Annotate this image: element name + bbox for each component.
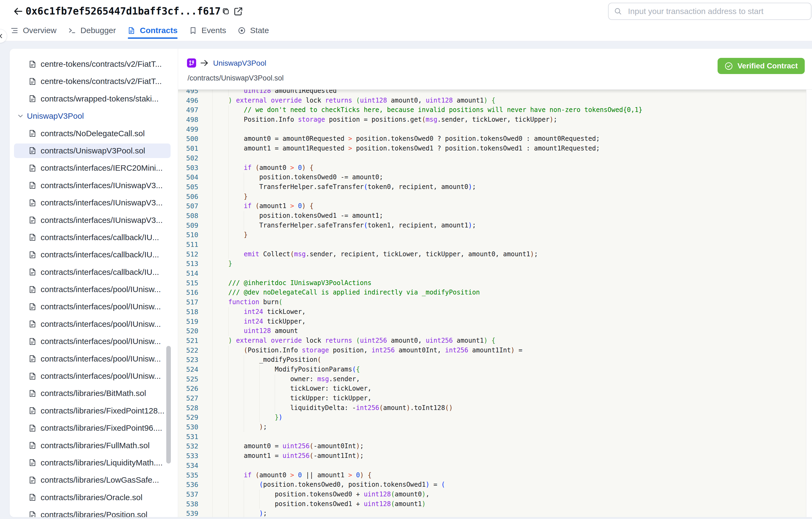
tree-file-item[interactable]: contracts/interfaces/pool/IUnisw... bbox=[14, 282, 171, 297]
code-text: position.tokensOwed0 -= amount0; bbox=[212, 172, 806, 182]
tree-file-item[interactable]: centre-tokens/contracts/v2/FiatT... bbox=[14, 57, 171, 71]
indent-guide bbox=[244, 384, 244, 393]
tree-file-item[interactable]: contracts/interfaces/callback/IU... bbox=[14, 265, 171, 279]
tab-overview[interactable]: Overview bbox=[11, 23, 57, 39]
line-number: 530 bbox=[178, 422, 212, 432]
tree-file-item[interactable]: contracts/interfaces/pool/IUnisw... bbox=[14, 334, 171, 349]
code-text bbox=[212, 240, 806, 249]
tree-file-item[interactable]: contracts/libraries/FixedPoint128... bbox=[14, 404, 171, 418]
tab-label: Debugger bbox=[81, 26, 116, 35]
indent-guide bbox=[228, 172, 229, 182]
indent-guide bbox=[244, 499, 244, 509]
tree-file-item[interactable]: contracts/interfaces/IUniswapV3... bbox=[14, 195, 171, 210]
tab-events[interactable]: Events bbox=[190, 23, 226, 39]
top-bar: 0x6c1fb7ef5265447d1baff3cf...f617 Overvi… bbox=[0, 0, 812, 41]
tree-file-item[interactable]: contracts/UniswapV3Pool.sol bbox=[14, 143, 171, 158]
indent-guide bbox=[228, 105, 229, 115]
code-line: 527 tickUpper: tickUpper, bbox=[178, 393, 806, 403]
tree-file-item[interactable]: contracts/NoDelegateCall.sol bbox=[14, 126, 171, 141]
tree-file-item[interactable]: contracts/interfaces/pool/IUnisw... bbox=[14, 369, 171, 383]
tree-file-item[interactable]: contracts/libraries/LiquidityMath.... bbox=[14, 456, 171, 470]
code-text bbox=[212, 125, 806, 134]
tree-file-item[interactable]: contracts/libraries/BitMath.sol bbox=[14, 386, 171, 401]
tree-file-item[interactable]: centre-tokens/contracts/v2/FiatT... bbox=[14, 74, 171, 88]
sidebar-scrollbar[interactable] bbox=[166, 346, 171, 464]
tree-file-item[interactable]: contracts/interfaces/pool/IUnisw... bbox=[14, 317, 171, 331]
tree-file-item[interactable]: contracts/libraries/Oracle.sol bbox=[14, 490, 171, 505]
tree-file-item[interactable]: contracts/interfaces/callback/IU... bbox=[14, 247, 171, 262]
tree-file-item[interactable]: contracts/libraries/FixedPoint96.... bbox=[14, 421, 171, 435]
code-line: 526 tickLower: tickLower, bbox=[178, 384, 806, 393]
file-icon bbox=[29, 459, 36, 466]
tree-file-item[interactable]: contracts/wrapped-tokens/staki... bbox=[14, 91, 171, 106]
file-icon bbox=[29, 95, 36, 103]
code-text: amount1 = amount1Requested > position.to… bbox=[212, 144, 806, 154]
indent-guide bbox=[244, 509, 244, 517]
file-icon bbox=[29, 511, 36, 517]
tree-group-UniswapV3Pool[interactable]: UniswapV3Pool bbox=[14, 109, 171, 123]
tree-file-item[interactable]: contracts/interfaces/IUniswapV3... bbox=[14, 178, 171, 193]
file-label: centre-tokens/contracts/v2/FiatT... bbox=[40, 59, 162, 69]
tab-debugger[interactable]: Debugger bbox=[68, 23, 116, 39]
tab-label: Events bbox=[202, 26, 226, 35]
code-line: 502 bbox=[178, 154, 806, 163]
file-path: /contracts/UniswapV3Pool.sol bbox=[187, 74, 284, 82]
indent-guide bbox=[244, 355, 244, 365]
line-number: 521 bbox=[178, 336, 212, 346]
code-line: 522 (Position.Info storage position, int… bbox=[178, 346, 806, 355]
search-input[interactable] bbox=[628, 7, 806, 16]
code-line: 529 }) bbox=[178, 413, 806, 422]
contract-name-link[interactable]: UniswapV3Pool bbox=[213, 59, 266, 67]
line-number: 509 bbox=[178, 221, 212, 230]
tree-file-item[interactable]: contracts/libraries/FullMath.sol bbox=[14, 438, 171, 453]
code-text: (position.tokensOwed0, position.tokensOw… bbox=[212, 480, 806, 490]
contract-badge-icon bbox=[187, 58, 196, 67]
line-number: 518 bbox=[178, 307, 212, 317]
code-line: 508 position.tokensOwed1 -= amount1; bbox=[178, 211, 806, 221]
copy-icon[interactable] bbox=[222, 7, 230, 15]
tab-state[interactable]: State bbox=[238, 23, 269, 39]
indent-guide bbox=[244, 480, 244, 490]
tree-file-item[interactable]: contracts/libraries/Position.sol bbox=[14, 508, 171, 517]
code-line: 516 /// @dev noDelegateCall is applied i… bbox=[178, 288, 806, 297]
verified-contract-badge[interactable]: Verified Contract bbox=[718, 58, 805, 74]
state-icon bbox=[238, 27, 245, 34]
tree-file-item[interactable]: contracts/interfaces/pool/IUnisw... bbox=[14, 299, 171, 314]
indent-guide bbox=[228, 384, 229, 393]
code-scroll-area[interactable]: 495 uint128 amount1Requested496 ) extern… bbox=[178, 90, 806, 517]
file-icon bbox=[29, 424, 36, 432]
code-panel: UniswapV3Pool /contracts/UniswapV3Pool.s… bbox=[178, 49, 812, 517]
code-text bbox=[212, 154, 806, 163]
tree-file-item[interactable]: contracts/interfaces/IERC20Mini... bbox=[14, 161, 171, 175]
indent-guide bbox=[228, 230, 229, 240]
file-label: contracts/libraries/LowGasSafe... bbox=[40, 475, 159, 485]
code-line: 501 amount1 = amount1Requested > positio… bbox=[178, 144, 806, 154]
code-line: 531 bbox=[178, 432, 806, 442]
code-line: 504 position.tokensOwed0 -= amount0; bbox=[178, 172, 806, 182]
file-label: contracts/interfaces/IUniswapV3... bbox=[40, 181, 163, 190]
indent-guide bbox=[228, 432, 229, 442]
tree-file-item[interactable]: contracts/interfaces/IUniswapV3... bbox=[14, 213, 171, 227]
tab-contracts[interactable]: Contracts bbox=[128, 23, 178, 39]
line-number: 497 bbox=[178, 105, 212, 115]
file-label: contracts/libraries/BitMath.sol bbox=[40, 389, 146, 398]
indent-guide bbox=[228, 346, 229, 355]
line-number: 505 bbox=[178, 182, 212, 192]
line-number: 514 bbox=[178, 269, 212, 278]
line-number: 516 bbox=[178, 288, 212, 297]
back-icon[interactable] bbox=[13, 6, 24, 17]
indent-guide bbox=[228, 182, 229, 192]
code-viewer: 495 uint128 amount1Requested496 ) extern… bbox=[178, 90, 812, 517]
code-line: 535 if (amount0 > 0 || amount1 > 0) { bbox=[178, 470, 806, 480]
indent-guide bbox=[228, 221, 229, 230]
line-number: 531 bbox=[178, 432, 212, 442]
file-icon bbox=[29, 60, 36, 68]
external-link-icon[interactable] bbox=[234, 7, 243, 16]
tree-file-item[interactable]: contracts/libraries/LowGasSafe... bbox=[14, 473, 171, 487]
tree-file-item[interactable]: contracts/interfaces/pool/IUnisw... bbox=[14, 352, 171, 366]
tree-file-item[interactable]: contracts/interfaces/callback/IU... bbox=[14, 230, 171, 245]
code-text: position.tokensOwed1 -= amount1; bbox=[212, 211, 806, 221]
code-scrollbar-gutter bbox=[806, 90, 812, 517]
indent-guide bbox=[244, 211, 244, 221]
code-text: position.tokensOwed0 + uint128(amount0), bbox=[212, 490, 806, 499]
